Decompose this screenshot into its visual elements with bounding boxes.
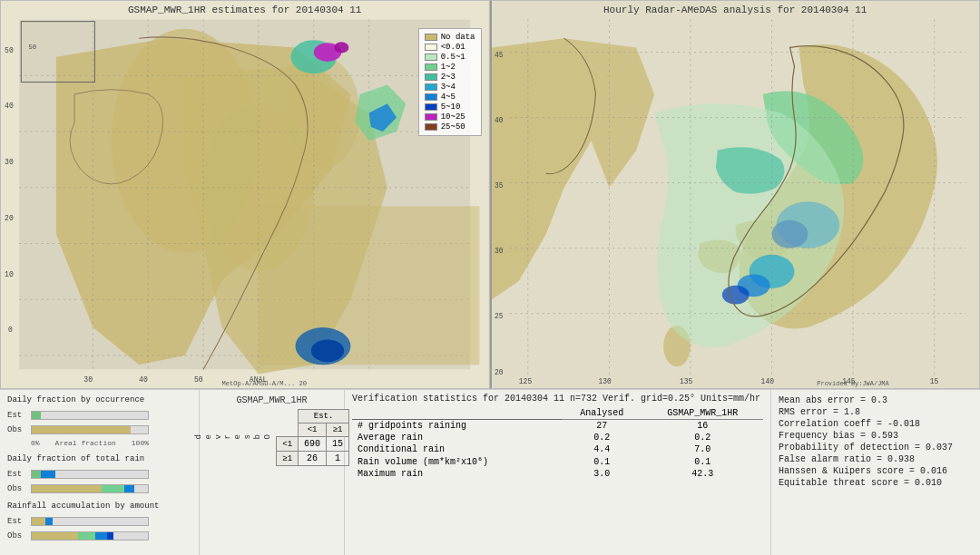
score-line-3: Frequency bias = 0.593 <box>779 431 973 441</box>
svg-text:0: 0 <box>8 326 13 334</box>
svg-text:35: 35 <box>494 181 503 190</box>
legend-color-05-1 <box>425 54 437 61</box>
stats-val-3-analysed: 0.1 <box>562 455 642 468</box>
bar-row-est3: Est <box>7 517 191 526</box>
stats-val-1-analysed: 0.2 <box>562 432 642 443</box>
score-line-5: False alarm ratio = 0.938 <box>779 454 973 464</box>
score-line-7: Equitable threat score = 0.010 <box>779 478 973 488</box>
svg-text:10: 10 <box>5 269 14 278</box>
bar-row-obs1: Obs <box>7 425 191 434</box>
stats-row-1: Average rain 0.2 0.2 <box>352 432 763 443</box>
svg-text:50: 50 <box>194 375 203 384</box>
matrix-title: GSMAP_MWR_1HR <box>236 395 307 405</box>
stats-val-2-analysed: 4.4 <box>562 443 642 455</box>
bar-inner-est3 <box>32 518 45 525</box>
charts-panel: Daily fraction by occurrence Est Obs 0% … <box>0 390 200 555</box>
stats-label-4: Maximum rain <box>352 468 562 480</box>
legend-color-lt001 <box>425 44 437 51</box>
svg-text:40: 40 <box>139 375 148 384</box>
legend-color-nodata <box>425 34 437 41</box>
stats-label-1: Average rain <box>352 432 562 443</box>
right-map-title: Hourly Radar-AMeDAS analysis for 2014030… <box>603 5 867 15</box>
matrix-row-lt1: <1 <box>277 437 299 452</box>
svg-point-20 <box>334 42 348 53</box>
legend-color-10-25 <box>425 113 437 121</box>
bar-outer-obs1 <box>31 425 149 434</box>
obs-label-3: Obs <box>7 531 27 540</box>
left-map-panel: GSMAP_MWR_1HR estimates for 20140304 11 <box>0 0 490 389</box>
matrix-cell-00: 690 <box>299 437 327 452</box>
left-map-title: GSMAP_MWR_1HR estimates for 20140304 11 <box>128 5 361 15</box>
stats-row-3: Rain volume (mm*km²x10⁶) 0.1 0.1 <box>352 455 763 468</box>
svg-text:40: 40 <box>494 116 503 124</box>
legend-item-2-3: 2~3 <box>425 73 475 82</box>
maps-row: GSMAP_MWR_1HR estimates for 20140304 11 <box>0 0 980 390</box>
svg-text:50: 50 <box>28 44 36 51</box>
obs-label-1: Obs <box>7 425 27 434</box>
stats-val-4-gsmap: 42.3 <box>642 468 763 480</box>
bar-outer-obs3 <box>31 531 149 540</box>
matrix-obs-label: Observed <box>194 434 272 439</box>
axis-labels-1: 0% Areal fraction 100% <box>31 439 149 447</box>
score-line-0: Mean abs error = 0.3 <box>779 395 973 405</box>
stats-val-1-gsmap: 0.2 <box>642 432 763 443</box>
svg-text:130: 130 <box>598 377 611 385</box>
legend-item-1-2: 1~2 <box>425 63 475 72</box>
bar-inner-obs3 <box>32 532 78 540</box>
left-map-svg: 50 50 40 30 20 10 0 30 40 50 ANAL MetOp-… <box>1 1 489 388</box>
right-map-panel: Hourly Radar-AMeDAS analysis for 2014030… <box>490 0 981 389</box>
bar-inner-est1 <box>32 412 41 419</box>
legend-color-2-3 <box>425 73 437 81</box>
legend-item-nodata: No data <box>425 33 475 42</box>
score-line-2: Correlation coeff = -0.018 <box>779 419 973 429</box>
chart-title-3: Rainfall accumulation by amount <box>7 501 191 511</box>
scores-panel: Mean abs error = 0.3 RMS error = 1.8 Cor… <box>771 390 980 555</box>
chart-title-1: Daily fraction by occurrence <box>7 395 191 404</box>
bar-row-est2: Est <box>7 470 191 479</box>
legend-item-4-5: 4~5 <box>425 92 475 102</box>
stats-val-3-gsmap: 0.1 <box>642 455 763 468</box>
main-container: GSMAP_MWR_1HR estimates for 20140304 11 <box>0 0 980 555</box>
stats-val-0-gsmap: 16 <box>642 420 763 433</box>
axis-left-1: 0% <box>31 439 40 447</box>
svg-text:45: 45 <box>494 51 503 59</box>
svg-text:30: 30 <box>83 375 93 384</box>
stats-label-0: # gridpoints raining <box>352 420 562 433</box>
chart-title-2: Daily fraction of total rain <box>7 454 191 463</box>
legend: No data <0.01 0.5~1 1~2 2~3 <box>418 28 482 136</box>
score-line-6: Hanssen & Kuipers score = 0.016 <box>779 466 973 476</box>
matrix-col-header: Est. <box>299 410 349 424</box>
legend-color-5-10 <box>425 103 437 111</box>
svg-text:125: 125 <box>518 377 531 385</box>
svg-text:30: 30 <box>494 247 503 255</box>
matrix-panel: GSMAP_MWR_1HR Observed Est. <1 <box>200 390 345 555</box>
svg-text:30: 30 <box>5 158 14 166</box>
est-label-2: Est <box>7 470 27 479</box>
bar-inner-obs1 <box>32 426 131 433</box>
svg-text:15: 15 <box>929 377 938 385</box>
stats-val-4-analysed: 3.0 <box>562 468 642 480</box>
legend-color-3-4 <box>425 83 437 91</box>
svg-text:140: 140 <box>760 377 773 385</box>
bar-outer-est1 <box>31 411 149 420</box>
stats-row-4: Maximum rain 3.0 42.3 <box>352 468 763 480</box>
est-label-3: Est <box>7 517 27 526</box>
stats-row-2: Conditional rain 4.4 7.0 <box>352 443 763 455</box>
stats-header-analysed: Analysed <box>562 407 642 420</box>
stats-val-2-gsmap: 7.0 <box>642 443 763 455</box>
svg-text:Provided by:JWA/JMA: Provided by:JWA/JMA <box>817 380 889 387</box>
svg-text:25: 25 <box>494 312 503 320</box>
legend-item-25-50: 25~50 <box>425 122 475 131</box>
svg-text:135: 135 <box>680 377 692 385</box>
score-line-1: RMS error = 1.8 <box>779 407 973 417</box>
legend-item-05-1: 0.5~1 <box>425 53 475 62</box>
bottom-row: Daily fraction by occurrence Est Obs 0% … <box>0 390 980 555</box>
obs-label-2: Obs <box>7 484 27 493</box>
bar-row-obs2: Obs <box>7 484 191 493</box>
stats-title: Verification statistics for 20140304 11 … <box>352 394 763 404</box>
svg-text:MetOp-A/AMSU-A/M... 20: MetOp-A/AMSU-A/M... 20 <box>221 380 307 387</box>
legend-color-25-50 <box>425 123 437 131</box>
stats-label-2: Conditional rain <box>352 443 562 455</box>
stats-header-blank <box>352 407 562 420</box>
stats-panel: Verification statistics for 20140304 11 … <box>345 390 771 555</box>
